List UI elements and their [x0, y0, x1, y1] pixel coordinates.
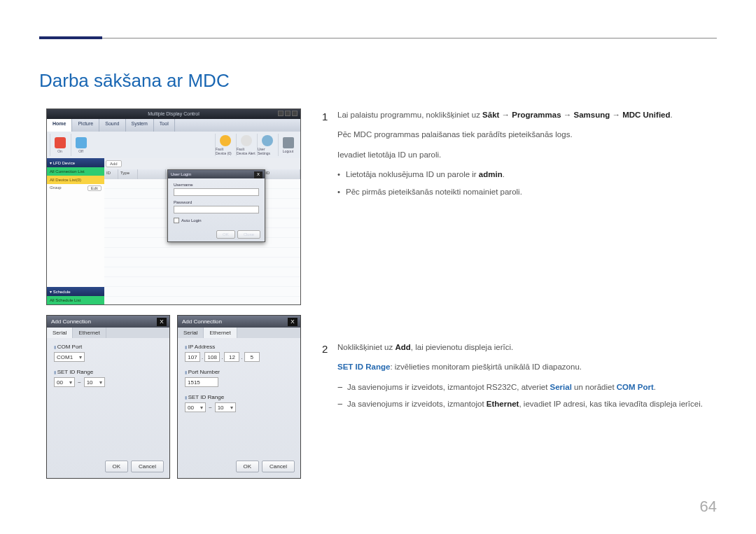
- sidebar-all-connection[interactable]: All Connection List: [47, 167, 104, 176]
- step2-dash2: Ja savienojums ir izveidots, izmantojot …: [337, 398, 717, 410]
- step1-line3: Ievadiet lietotāja ID un paroli.: [337, 148, 717, 161]
- comport-label: COM Port: [54, 344, 162, 350]
- port-label: Port Number: [185, 369, 293, 375]
- cancel-button[interactable]: Cancel: [262, 461, 295, 472]
- step1-line1: Lai palaistu programmu, noklikšķiniet uz…: [337, 108, 717, 121]
- step2-line2: SET ID Range: izvēlieties monitoram pieš…: [337, 360, 717, 373]
- section-title: Darba sākšana ar MDC: [39, 70, 230, 92]
- step1-bullet1: Lietotāja noklusējuma ID un parole ir ad…: [337, 168, 717, 181]
- ac-title: Add Connection: [182, 318, 222, 325]
- tab-home[interactable]: Home: [47, 119, 72, 132]
- step1-bullet2: Pēc pirmās pieteikšanās noteikti nomaini…: [337, 185, 717, 198]
- step2-dash1: Ja savienojums ir izveidots, izmantojot …: [337, 381, 717, 393]
- tab-picture[interactable]: Picture: [72, 119, 99, 132]
- login-ok-button[interactable]: OK: [216, 230, 235, 239]
- tab-ethernet[interactable]: Ethernet: [73, 328, 106, 338]
- mdc-main-screenshot: Multiple Display Control Home Picture So…: [46, 108, 301, 305]
- setid-label: SET ID Range: [54, 369, 162, 375]
- login-title: User Login X: [168, 170, 265, 178]
- toolbar-off[interactable]: Off: [71, 134, 90, 156]
- step-1: 1 Lai palaistu programmu, noklikšķiniet …: [322, 108, 717, 202]
- step-2: 2 Noklikšķiniet uz Add, lai pievienotu d…: [322, 341, 717, 415]
- sidebar: ▾ LFD Device All Connection List All Dev…: [47, 158, 104, 304]
- sidebar-lfd-header[interactable]: ▾ LFD Device: [47, 158, 104, 167]
- tab-serial[interactable]: Serial: [178, 328, 204, 338]
- tab-serial[interactable]: Serial: [47, 328, 73, 338]
- tab-ethernet[interactable]: Ethernet: [204, 328, 237, 338]
- tab-sound[interactable]: Sound: [99, 119, 125, 132]
- tab-tool[interactable]: Tool: [154, 119, 175, 132]
- step-number: 2: [322, 341, 337, 415]
- setid-from[interactable]: 00: [54, 377, 75, 387]
- setid-to[interactable]: 10: [84, 377, 105, 387]
- step2-line1: Noklikšķiniet uz Add, lai pievienotu dis…: [337, 341, 717, 353]
- ribbon-tabs: Home Picture Sound System Tool: [47, 119, 300, 132]
- add-connection-ethernet: Add Connection X Serial Ethernet IP Addr…: [177, 315, 301, 479]
- page-number: 64: [700, 498, 717, 516]
- setid-from[interactable]: 00: [185, 402, 206, 412]
- ac-title: Add Connection: [51, 318, 91, 325]
- user-login-dialog: User Login X Username Password Auto Logi…: [167, 169, 265, 242]
- username-input[interactable]: [174, 188, 259, 196]
- sidebar-all-device[interactable]: All Device List(0): [47, 176, 104, 184]
- close-icon[interactable]: X: [157, 318, 167, 326]
- tab-system[interactable]: System: [126, 119, 154, 132]
- toolbar-on[interactable]: On: [50, 134, 69, 156]
- step1-line2: Pēc MDC programmas palaišanas tiek parād…: [337, 128, 717, 141]
- ip-input[interactable]: 107. 108. 12. 5: [185, 352, 293, 362]
- comport-select[interactable]: COM1: [54, 352, 85, 362]
- header-rule: [39, 38, 717, 38]
- setid-label: SET ID Range: [185, 394, 293, 400]
- password-input[interactable]: [174, 206, 259, 213]
- window-title: Multiple Display Control: [148, 111, 200, 116]
- password-label: Password: [174, 200, 259, 204]
- add-button[interactable]: Add: [106, 160, 122, 167]
- add-connection-serial: Add Connection X Serial Ethernet COM Por…: [46, 315, 170, 479]
- auto-login-checkbox[interactable]: Auto Login: [174, 218, 259, 223]
- sidebar-edit-button[interactable]: Edit: [88, 185, 102, 191]
- toolbar: On Off Fault Device (0) Fault Device Ale…: [47, 132, 300, 158]
- login-close-button[interactable]: Close: [237, 230, 260, 239]
- window-titlebar: Multiple Display Control: [47, 109, 300, 119]
- port-input[interactable]: 1515: [185, 377, 218, 387]
- ok-button[interactable]: OK: [236, 461, 260, 472]
- sidebar-group: Group Edit: [47, 184, 104, 287]
- list-toolbar: Add: [104, 158, 300, 169]
- header-accent: [39, 36, 102, 39]
- ok-button[interactable]: OK: [105, 461, 129, 472]
- username-label: Username: [174, 183, 259, 187]
- close-icon[interactable]: X: [254, 171, 262, 178]
- toolbar-logout[interactable]: Logout: [278, 134, 298, 156]
- step-number: 1: [322, 108, 337, 202]
- close-icon[interactable]: X: [288, 318, 298, 326]
- window-buttons: [278, 111, 298, 116]
- sidebar-schedule-header[interactable]: ▾ Schedule: [47, 287, 104, 296]
- toolbar-fault-alert[interactable]: Fault Device Alert: [236, 134, 255, 156]
- ip-label: IP Address: [185, 344, 293, 350]
- cancel-button[interactable]: Cancel: [131, 461, 164, 472]
- toolbar-fault-device[interactable]: Fault Device (0): [215, 134, 234, 156]
- toolbar-user-settings[interactable]: User Settings: [257, 134, 276, 156]
- sidebar-all-schedule[interactable]: All Schedule List: [47, 296, 104, 304]
- setid-to[interactable]: 10: [215, 402, 236, 412]
